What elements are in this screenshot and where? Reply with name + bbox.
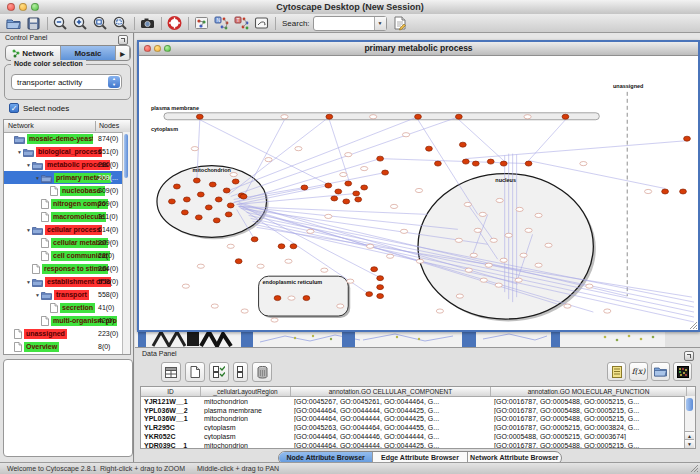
tree-scrollbar[interactable]: [122, 132, 130, 354]
tree-row[interactable]: macromolecule311(0): [4, 210, 123, 223]
float-data-panel-icon[interactable]: [684, 351, 694, 361]
attribute-table-icon[interactable]: [161, 362, 181, 382]
list-icon[interactable]: [233, 362, 248, 382]
tree-row[interactable]: ▼establishment of lo558(0): [4, 275, 123, 288]
table-cell: plasma membrane: [201, 407, 291, 414]
folder-icon[interactable]: [651, 362, 670, 381]
checklist-icon[interactable]: [209, 362, 229, 382]
table-row[interactable]: YPL036W__1mitochondrion[GO:0044464, GO:0…: [141, 415, 695, 424]
tree-row-node-count: 874(0): [98, 135, 118, 142]
scroll-down-icon[interactable]: ▼: [685, 439, 694, 448]
open-icon[interactable]: [5, 15, 22, 31]
table-row[interactable]: YKR052Ccytoplasm[GO:0044464, GO:0044446,…: [141, 432, 695, 441]
node-unselected: [604, 309, 611, 313]
network-import-icon[interactable]: N: [213, 15, 230, 31]
table-row[interactable]: YDR039C__1mitochondrion[GO:0044464, GO:0…: [141, 441, 695, 449]
help-ring-icon[interactable]: [166, 15, 183, 31]
tree-row[interactable]: ▼cellular process614(0): [4, 223, 123, 236]
tree-row[interactable]: nucleobase-209(0): [4, 184, 123, 197]
tree-row-node-count: 264(0): [98, 265, 118, 272]
expand-arrow-icon[interactable]: ▼: [25, 279, 32, 285]
vizmapper-icon[interactable]: [193, 15, 210, 31]
node-unselected: [400, 229, 407, 233]
tab-mosaic[interactable]: Mosaic: [61, 46, 116, 60]
tree-row-node-count: 209(0): [98, 200, 118, 207]
matrix-icon[interactable]: [673, 362, 692, 381]
node-colored: [355, 197, 362, 202]
table-cell: YDR039C__1: [141, 442, 201, 449]
tree-scrollbar-thumb[interactable]: [124, 134, 128, 178]
save-icon[interactable]: [25, 15, 42, 31]
new-attribute-icon[interactable]: [185, 362, 205, 382]
tree-row[interactable]: Overview8(0): [4, 340, 123, 353]
tree-row[interactable]: nitrogen compo209(0): [4, 197, 123, 210]
node-unselected: [367, 244, 374, 248]
tree-row[interactable]: ▼transport558(0): [4, 288, 123, 301]
function-icon[interactable]: f(x): [629, 362, 648, 381]
tree-row[interactable]: mosaic-demo-yeast874(0): [4, 132, 123, 145]
tree-col-nodes[interactable]: Nodes: [99, 122, 119, 129]
node-unselected: [479, 212, 486, 216]
tab-overflow-arrow[interactable]: ▶: [116, 46, 130, 60]
search-input[interactable]: ▼: [313, 16, 387, 31]
select-nodes-checkbox[interactable]: ✓: [9, 103, 19, 113]
tree-col-network[interactable]: Network: [8, 122, 34, 129]
camera-icon[interactable]: [139, 15, 156, 31]
table-row[interactable]: YPL036W__2plasma membrane[GO:0044464, GO…: [141, 406, 695, 415]
tree-row[interactable]: ▼metabolic process280(0): [4, 158, 123, 171]
tree-row[interactable]: ▼biological_process651(0): [4, 145, 123, 158]
notes-icon[interactable]: [607, 362, 626, 381]
color-attribute-dropdown[interactable]: transporter activity ▲▼: [11, 74, 122, 90]
table-cell: YLR295C: [141, 424, 201, 431]
search-field[interactable]: [314, 17, 374, 30]
table-cell: [GO:0045267, GO:0045261, GO:0044464, G..…: [291, 398, 491, 405]
table-row[interactable]: YJR121W__1mitochondrion[GO:0045267, GO:0…: [141, 397, 695, 406]
tree-row[interactable]: cell communicat22(0): [4, 249, 123, 262]
annotation-icon[interactable]: [253, 15, 270, 31]
node-unselected: [241, 309, 248, 313]
node-colored: [353, 191, 360, 196]
zoom-out-icon[interactable]: [52, 15, 69, 31]
node-unselected: [515, 278, 522, 282]
tree-row[interactable]: response to stimulu264(0): [4, 262, 123, 275]
trash-icon[interactable]: [252, 362, 272, 382]
expand-arrow-icon[interactable]: ▼: [34, 175, 41, 181]
node-unselected: [337, 304, 344, 308]
background-windows: [135, 330, 700, 347]
expand-arrow-icon[interactable]: ▼: [25, 227, 32, 233]
network-window-titlebar[interactable]: primary metabolic process: [139, 42, 698, 56]
window-title: Cytoscape Desktop (New Session): [0, 0, 700, 14]
table-column-header[interactable]: ID: [141, 387, 201, 396]
expand-arrow-icon[interactable]: ▼: [16, 149, 23, 155]
node-unselected: [436, 309, 443, 313]
node-colored: [331, 196, 338, 201]
network-resize-grip[interactable]: [689, 321, 698, 330]
search-dropdown-arrow[interactable]: ▼: [374, 17, 386, 30]
expand-arrow-icon[interactable]: ▼: [34, 292, 41, 298]
table-column-header[interactable]: _cellularLayoutRegion: [201, 387, 291, 396]
tree-row[interactable]: secretion41(0): [4, 301, 123, 314]
window-resize-grip[interactable]: [690, 464, 699, 473]
table-row[interactable]: YLR295Ccytoplasm[GO:0045263, GO:0044464,…: [141, 423, 695, 432]
node-colored: [426, 146, 433, 151]
search-doc-icon[interactable]: [391, 15, 408, 31]
network-canvas[interactable]: plasma membranecytoplasmmitochondrionnuc…: [139, 55, 694, 326]
zoom-region-icon[interactable]: [112, 15, 129, 31]
table-import-icon[interactable]: T: [233, 15, 250, 31]
node-colored: [301, 185, 308, 190]
tab-network[interactable]: Network: [6, 46, 61, 60]
nucleus-region: [418, 174, 593, 319]
node-unselected: [191, 147, 198, 151]
table-column-header[interactable]: annotation.GO MOLECULAR_FUNCTION: [491, 387, 687, 396]
zoom-in-icon[interactable]: [72, 15, 89, 31]
node-unselected: [480, 278, 487, 282]
table-cell: [GO:0044464, GO:0044444, GO:0044425, G..…: [291, 415, 491, 422]
table-column-header[interactable]: annotation.GO CELLULAR_COMPONENT: [291, 387, 491, 396]
table-scrollbar[interactable]: ▲ ▼: [684, 396, 695, 448]
tree-row[interactable]: cellular metabol209(0): [4, 236, 123, 249]
table-scrollbar-thumb[interactable]: [686, 398, 693, 411]
tree-row[interactable]: ▼primary metabo209(...: [4, 171, 123, 184]
zoom-fit-icon[interactable]: [92, 15, 109, 31]
expand-arrow-icon[interactable]: ▼: [25, 162, 32, 168]
float-panel-icon[interactable]: [118, 35, 128, 45]
